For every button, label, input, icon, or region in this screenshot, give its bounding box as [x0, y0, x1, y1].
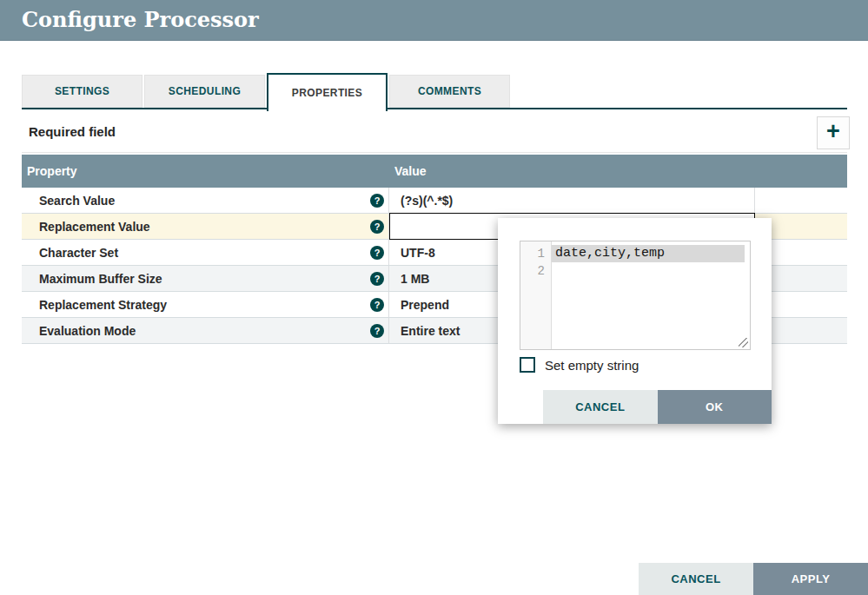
footer-apply-wrap: APPLY — [753, 563, 868, 595]
property-name: Maximum Buffer Size — [39, 272, 162, 286]
tab-comments[interactable]: COMMENTS — [389, 75, 510, 108]
property-name: Replacement Strategy — [39, 298, 167, 312]
empty-string-checkbox-label: Set empty string — [545, 358, 639, 373]
editor-active-line: date,city,temp — [552, 245, 745, 262]
plus-icon: + — [826, 120, 840, 143]
value-editor-popup: 1 2 date,city,temp Set empty string CANC… — [498, 218, 772, 424]
column-header-property: Property — [22, 164, 389, 178]
line-number: 2 — [520, 262, 545, 280]
resize-handle-icon[interactable] — [739, 338, 748, 347]
dialog-title: Configure Processor — [0, 0, 868, 40]
help-icon[interactable]: ? — [370, 272, 384, 286]
editor-cancel-button[interactable]: CANCEL — [543, 390, 658, 424]
line-number: 1 — [520, 245, 545, 262]
help-icon[interactable]: ? — [370, 246, 384, 260]
property-value[interactable]: (?s)(^.*$) — [389, 188, 755, 213]
value-editor-textarea[interactable]: 1 2 date,city,temp — [520, 241, 751, 350]
add-property-button[interactable]: + — [817, 116, 850, 149]
help-icon[interactable]: ? — [370, 220, 384, 234]
editor-content[interactable]: date,city,temp — [552, 241, 750, 349]
property-name: Character Set — [39, 246, 118, 260]
help-icon[interactable]: ? — [370, 298, 384, 312]
dialog-cancel-button[interactable]: CANCEL — [639, 563, 753, 595]
property-name: Evaluation Mode — [39, 324, 136, 338]
set-empty-string-row[interactable]: Set empty string — [520, 357, 639, 373]
dialog-apply-button[interactable]: APPLY — [753, 563, 868, 595]
column-header-value: Value — [389, 164, 847, 178]
help-icon[interactable]: ? — [370, 324, 384, 338]
property-name: Search Value — [39, 194, 115, 208]
tab-properties[interactable]: PROPERTIES — [267, 73, 388, 111]
editor-ok-button[interactable]: OK — [658, 390, 772, 424]
tab-underline — [22, 108, 847, 109]
dialog-title-bar: Configure Processor — [0, 0, 868, 41]
table-header-row: Property Value — [22, 155, 847, 188]
table-row: Search Value ? (?s)(^.*$) — [22, 188, 847, 214]
editor-button-row: CANCEL OK — [543, 390, 772, 424]
empty-string-checkbox[interactable] — [520, 357, 535, 373]
tab-bar: SETTINGS SCHEDULING PROPERTIES COMMENTS — [22, 73, 512, 111]
footer-cancel-wrap: CANCEL — [639, 563, 753, 595]
tab-scheduling[interactable]: SCHEDULING — [144, 75, 265, 108]
table-cell-spacer — [755, 188, 847, 213]
line-number-gutter: 1 2 — [520, 241, 552, 349]
property-name: Replacement Value — [39, 220, 150, 234]
section-divider — [22, 152, 847, 153]
help-icon[interactable]: ? — [370, 194, 384, 208]
required-field-label: Required field — [29, 124, 116, 139]
tab-settings[interactable]: SETTINGS — [22, 75, 142, 108]
